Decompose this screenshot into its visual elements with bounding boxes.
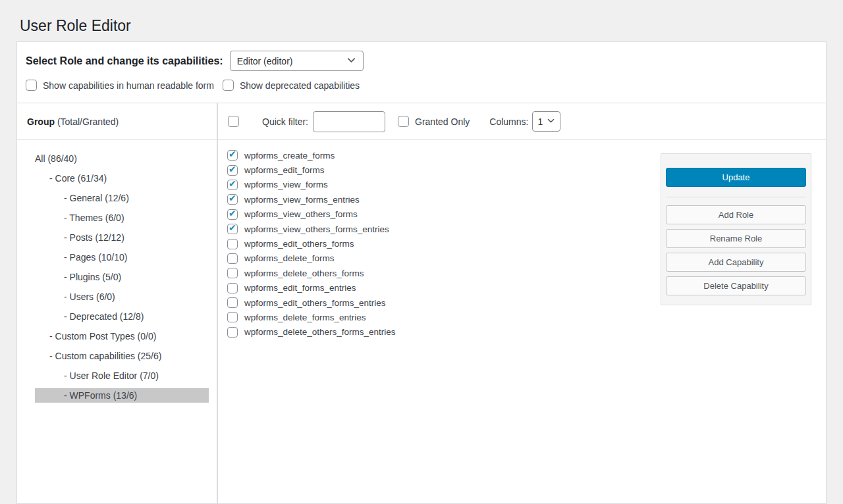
group-tree-item-label: - User Role Editor (7/0)	[64, 370, 159, 381]
capability-label[interactable]: wpforms_view_others_forms	[244, 209, 358, 219]
capability-label[interactable]: wpforms_view_forms	[244, 180, 328, 189]
role-section: Select Role and change its capabilities:…	[17, 42, 826, 103]
capability-label[interactable]: wpforms_delete_others_forms_entries	[244, 327, 396, 337]
columns-label: Columns:	[489, 116, 528, 127]
group-tree-item[interactable]: - Core (61/34)	[35, 171, 209, 186]
quick-filter-label: Quick filter:	[262, 116, 308, 127]
deprecated-checkbox[interactable]	[223, 80, 234, 91]
capability-checkbox[interactable]	[227, 209, 238, 220]
capability-label[interactable]: wpforms_delete_forms	[244, 253, 335, 263]
columns-select[interactable]: 1	[532, 111, 560, 132]
granted-only-label: Granted Only	[415, 116, 470, 127]
capabilities-area: wpforms_create_forms wpforms_edit_forms …	[218, 140, 826, 504]
role-select[interactable]: Editor (editor)	[230, 51, 364, 71]
group-header-bold: Group	[27, 116, 55, 127]
group-tree-item-label: - Deprecated (12/8)	[64, 311, 144, 322]
capability-checkbox[interactable]	[227, 297, 238, 308]
group-tree-item[interactable]: - Deprecated (12/8)	[35, 309, 209, 324]
group-tree-item-label: - Posts (12/12)	[64, 232, 124, 243]
capability-checkbox[interactable]	[227, 327, 238, 338]
group-tree-item[interactable]: - Custom Post Types (0/0)	[35, 329, 209, 343]
chevron-down-icon	[346, 55, 356, 67]
human-readable-checkbox[interactable]	[26, 80, 37, 91]
capability-label[interactable]: wpforms_edit_forms_entries	[244, 283, 356, 293]
group-tree-item[interactable]: - General (12/6)	[35, 191, 209, 205]
page-title: User Role Editor	[0, 0, 843, 36]
group-tree-item-label: - Plugins (5/0)	[64, 272, 121, 282]
group-tree-item-label: - Themes (6/0)	[64, 213, 124, 223]
capability-checkbox[interactable]	[227, 165, 238, 176]
user-role-editor-panel: Select Role and change its capabilities:…	[16, 41, 827, 504]
capability-label[interactable]: wpforms_view_others_forms_entries	[244, 224, 389, 234]
capability-label[interactable]: wpforms_edit_others_forms_entries	[244, 298, 386, 308]
group-tree-item-label: - Users (6/0)	[64, 291, 115, 302]
capability-label[interactable]: wpforms_create_forms	[244, 151, 335, 161]
group-tree-item-label: - Core (61/34)	[49, 173, 107, 184]
capability-checkbox[interactable]	[227, 224, 238, 234]
capability-label[interactable]: wpforms_edit_others_forms	[244, 239, 354, 249]
group-header-rest: (Total/Granted)	[55, 116, 119, 127]
capability-checkbox[interactable]	[227, 312, 238, 322]
capability-checkbox[interactable]	[227, 283, 238, 293]
group-tree-item[interactable]: - Custom capabilities (25/6)	[35, 349, 209, 363]
group-tree: All (86/40)- Core (61/34)- General (12/6…	[17, 140, 218, 504]
actions-panel: Update Add Role Rename Role Add Capabili…	[661, 153, 811, 305]
capability-label[interactable]: wpforms_delete_forms_entries	[244, 313, 366, 322]
group-tree-item-label: - General (12/6)	[64, 193, 129, 203]
group-tree-item-label: - WPForms (13/6)	[64, 390, 137, 401]
add-role-button[interactable]: Add Role	[666, 205, 806, 224]
capability-checkbox[interactable]	[227, 239, 238, 249]
capability-label[interactable]: wpforms_delete_others_forms	[244, 268, 364, 278]
capability-row: wpforms_delete_forms_entries	[227, 310, 826, 324]
capability-checkbox[interactable]	[227, 268, 238, 278]
select-all-checkbox[interactable]	[228, 116, 239, 127]
capability-checkbox[interactable]	[227, 253, 238, 264]
group-tree-item[interactable]: All (86/40)	[35, 151, 209, 166]
group-tree-item[interactable]: - Posts (12/12)	[35, 230, 209, 245]
capability-checkbox[interactable]	[227, 150, 238, 161]
select-role-label: Select Role and change its capabilities:	[26, 55, 223, 67]
actions-divider	[666, 197, 806, 197]
role-select-value: Editor (editor)	[237, 56, 293, 66]
group-tree-item-label: All (86/40)	[35, 153, 77, 164]
list-headers: Group (Total/Granted) Quick filter: Gran…	[17, 103, 826, 140]
group-tree-item[interactable]: - WPForms (13/6)	[35, 388, 209, 403]
group-tree-item[interactable]: - User Role Editor (7/0)	[35, 368, 209, 383]
capability-row: wpforms_delete_others_forms_entries	[227, 325, 826, 340]
group-tree-item-label: - Custom Post Types (0/0)	[49, 331, 156, 341]
columns-select-value: 1	[537, 116, 543, 127]
group-tree-item-label: - Pages (10/10)	[64, 252, 128, 263]
filter-bar: Quick filter: Granted Only Columns: 1	[218, 103, 826, 139]
capability-label[interactable]: wpforms_edit_forms	[244, 165, 325, 175]
granted-only-checkbox[interactable]	[398, 116, 409, 127]
group-tree-item[interactable]: - Users (6/0)	[35, 290, 209, 304]
chevron-down-icon	[547, 116, 555, 127]
capability-checkbox[interactable]	[227, 194, 238, 205]
quick-filter-input[interactable]	[313, 111, 385, 132]
capability-checkbox[interactable]	[227, 180, 238, 190]
group-tree-item[interactable]: - Pages (10/10)	[35, 250, 209, 265]
group-tree-item[interactable]: - Plugins (5/0)	[35, 270, 209, 284]
rename-role-button[interactable]: Rename Role	[666, 229, 806, 248]
update-button[interactable]: Update	[666, 168, 806, 187]
group-tree-item-label: - Custom capabilities (25/6)	[49, 351, 161, 361]
capability-label[interactable]: wpforms_view_forms_entries	[244, 195, 360, 205]
deprecated-label[interactable]: Show deprecated capabilities	[240, 80, 360, 91]
delete-capability-button[interactable]: Delete Capability	[666, 276, 806, 295]
add-capability-button[interactable]: Add Capability	[666, 253, 806, 272]
human-readable-label[interactable]: Show capabilities in human readable form	[43, 80, 214, 91]
group-tree-item[interactable]: - Themes (6/0)	[35, 211, 209, 225]
group-header: Group (Total/Granted)	[17, 103, 218, 139]
